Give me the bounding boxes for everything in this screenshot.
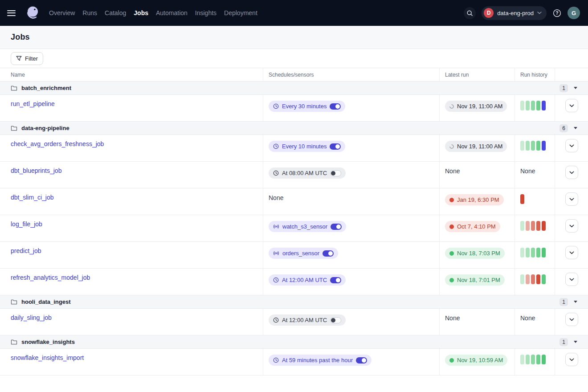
row-expand-button[interactable]: [565, 99, 578, 112]
schedule-pill[interactable]: At 59 minutes past the hour: [269, 355, 372, 366]
search-icon[interactable]: [464, 7, 476, 19]
run-history-bars[interactable]: [520, 248, 549, 257]
row-expand-button[interactable]: [565, 139, 578, 152]
run-history-bars[interactable]: [520, 141, 549, 151]
job-name-link[interactable]: dbt_slim_ci_job: [11, 194, 54, 201]
row-expand-button[interactable]: [565, 273, 578, 286]
run-history-bar[interactable]: [526, 248, 530, 257]
row-expand-button[interactable]: [565, 166, 578, 179]
run-history-bar[interactable]: [520, 221, 524, 231]
run-history-bar[interactable]: [531, 274, 535, 284]
run-history-bar[interactable]: [526, 101, 530, 110]
nav-link-deployment[interactable]: Deployment: [224, 9, 257, 16]
schedule-toggle[interactable]: [330, 170, 341, 176]
hamburger-menu-icon[interactable]: [7, 7, 20, 19]
run-history-bar[interactable]: [526, 355, 530, 364]
job-name-link[interactable]: log_file_job: [11, 220, 42, 228]
schedule-pill[interactable]: At 12:00 AM UTC: [269, 274, 346, 286]
caret-down-icon[interactable]: [574, 87, 577, 89]
row-expand-button[interactable]: [565, 353, 578, 366]
run-history-bar[interactable]: [536, 248, 540, 257]
nav-link-catalog[interactable]: Catalog: [105, 9, 126, 16]
schedule-pill[interactable]: At 12:00 AM UTC: [269, 314, 346, 326]
latest-run-pill[interactable]: Nov 18, 7:01 PM: [445, 274, 505, 286]
nav-link-overview[interactable]: Overview: [49, 9, 75, 16]
run-history-bar[interactable]: [531, 221, 535, 231]
latest-run-pill[interactable]: Nov 19, 11:00 AM: [445, 141, 507, 152]
run-history-bar[interactable]: [520, 194, 524, 204]
run-history-bar[interactable]: [536, 274, 540, 284]
run-status-dot-icon: [449, 198, 454, 202]
latest-run-pill[interactable]: Nov 18, 7:03 PM: [445, 248, 505, 259]
run-history-bar[interactable]: [531, 248, 535, 257]
latest-run-pill[interactable]: Jan 19, 6:30 PM: [445, 194, 504, 205]
caret-down-icon[interactable]: [574, 301, 577, 303]
latest-run-pill[interactable]: Oct 7, 4:10 PM: [445, 221, 500, 232]
job-name-link[interactable]: run_etl_pipeline: [11, 100, 55, 107]
row-expand-button[interactable]: [565, 246, 578, 259]
run-history-bars[interactable]: [520, 274, 549, 284]
run-history-bar[interactable]: [542, 274, 546, 284]
sensor-pill[interactable]: watch_s3_sensor: [269, 221, 346, 232]
run-history-bar[interactable]: [536, 221, 540, 231]
latest-run-pill[interactable]: Nov 19, 10:59 AM: [445, 355, 507, 366]
row-expand-button[interactable]: [565, 192, 578, 206]
run-history-bar[interactable]: [520, 101, 524, 110]
job-name-link[interactable]: daily_sling_job: [11, 314, 52, 321]
run-history-bar[interactable]: [520, 355, 524, 364]
run-history-bars[interactable]: [520, 221, 549, 231]
run-history-bar[interactable]: [536, 101, 540, 110]
schedule-toggle[interactable]: [330, 277, 341, 283]
run-history-bars[interactable]: [520, 101, 549, 110]
run-history-bars[interactable]: [520, 355, 549, 364]
schedule-pill[interactable]: Every 30 minutes: [269, 101, 345, 112]
schedule-toggle[interactable]: [330, 143, 341, 150]
job-name-link[interactable]: snowflake_insights_import: [11, 354, 84, 361]
run-history-bar[interactable]: [542, 101, 546, 110]
help-icon[interactable]: ?: [552, 8, 562, 18]
run-history-bar[interactable]: [520, 248, 524, 257]
user-avatar[interactable]: G: [568, 7, 580, 19]
run-history-bars[interactable]: [520, 194, 549, 204]
nav-link-automation[interactable]: Automation: [156, 9, 188, 16]
job-name-link[interactable]: refresh_analytics_model_job: [11, 274, 90, 281]
nav-link-insights[interactable]: Insights: [195, 9, 216, 16]
nav-link-runs[interactable]: Runs: [82, 9, 97, 16]
run-history-bar[interactable]: [531, 355, 535, 364]
dagster-logo-icon[interactable]: [24, 4, 41, 21]
caret-down-icon[interactable]: [574, 341, 577, 343]
schedule-toggle[interactable]: [330, 317, 341, 323]
schedule-toggle[interactable]: [330, 103, 341, 110]
schedule-toggle[interactable]: [356, 357, 367, 363]
run-history-none-label: None: [520, 167, 535, 175]
run-history-bar[interactable]: [542, 248, 546, 257]
job-name-link[interactable]: predict_job: [11, 247, 41, 254]
schedule-pill[interactable]: Every 10 minutes: [269, 141, 345, 152]
run-history-bar[interactable]: [542, 141, 546, 151]
run-history-bar[interactable]: [526, 221, 530, 231]
filter-button[interactable]: Filter: [11, 52, 43, 65]
run-history-bar[interactable]: [526, 141, 530, 151]
nav-link-jobs[interactable]: Jobs: [134, 9, 148, 16]
sensor-pill[interactable]: orders_sensor: [269, 248, 338, 259]
job-name-link[interactable]: dbt_blueprints_job: [11, 167, 61, 174]
schedule-pill[interactable]: At 08:00 AM UTC: [269, 167, 346, 179]
run-history-bar[interactable]: [542, 355, 546, 364]
run-history-bar[interactable]: [542, 221, 546, 231]
row-expand-button[interactable]: [565, 219, 578, 233]
caret-down-icon[interactable]: [574, 127, 577, 129]
run-history-bar[interactable]: [520, 274, 524, 284]
run-history-bar[interactable]: [531, 101, 535, 110]
run-history-bar[interactable]: [536, 141, 540, 151]
latest-run-pill[interactable]: Nov 19, 11:00 AM: [445, 101, 507, 112]
group-row: data-eng-pipeline6: [0, 122, 588, 135]
run-history-bar[interactable]: [526, 274, 530, 284]
sensor-toggle[interactable]: [331, 224, 342, 230]
run-history-bar[interactable]: [520, 141, 524, 151]
sensor-toggle[interactable]: [323, 250, 334, 257]
run-history-bar[interactable]: [536, 355, 540, 364]
workspace-selector[interactable]: D data-eng-prod: [482, 6, 547, 20]
job-name-link[interactable]: check_avg_orders_freshness_job: [11, 140, 104, 147]
row-expand-button[interactable]: [565, 313, 578, 326]
run-history-bar[interactable]: [531, 141, 535, 151]
